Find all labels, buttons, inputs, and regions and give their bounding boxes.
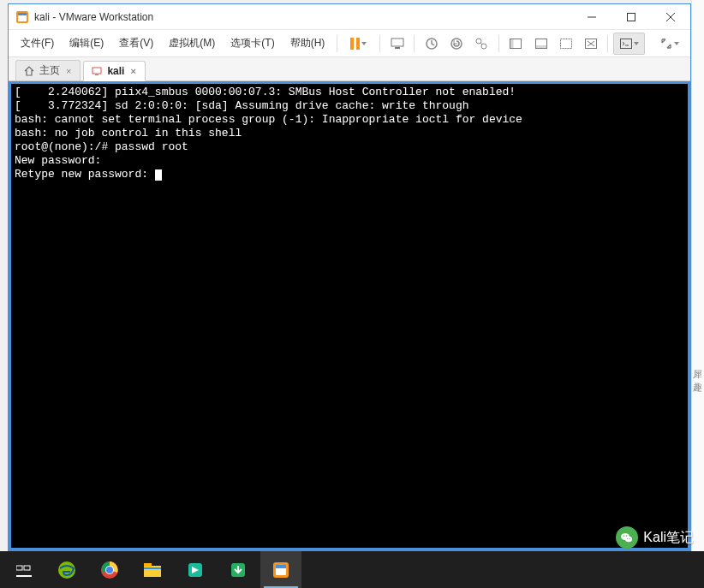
vmware-app-icon (15, 10, 29, 24)
tab-home-label: 主页 (39, 63, 60, 78)
svg-line-13 (480, 43, 482, 45)
tab-kali-label: kali (107, 65, 124, 77)
console-view-button[interactable] (613, 33, 645, 55)
vm-running-icon (91, 65, 103, 77)
separator (498, 35, 499, 52)
vmware-window: kali - VMware Workstation 文件(F) 编辑(E) 查看… (8, 3, 691, 551)
separator (607, 35, 608, 52)
svg-rect-38 (144, 566, 161, 577)
svg-rect-23 (92, 68, 101, 74)
svg-rect-40 (144, 567, 161, 569)
chevron-down-icon (674, 42, 679, 45)
svg-rect-4 (628, 14, 635, 21)
svg-rect-32 (24, 566, 30, 570)
menu-vm[interactable]: 虚拟机(M) (162, 33, 222, 54)
chevron-down-icon (361, 42, 367, 45)
svg-rect-15 (510, 39, 514, 48)
taskbar-app-download[interactable] (218, 551, 259, 588)
tab-kali[interactable]: kali × (83, 61, 145, 81)
snapshot-take-button[interactable] (420, 33, 443, 55)
maximize-button[interactable] (612, 4, 651, 30)
home-icon (23, 65, 35, 77)
view-single-button[interactable] (504, 33, 528, 55)
menu-help[interactable]: 帮助(H) (283, 33, 332, 54)
svg-rect-33 (16, 575, 32, 577)
separator (379, 35, 380, 52)
close-button[interactable] (651, 4, 690, 30)
svg-point-27 (623, 535, 625, 537)
tab-close-icon[interactable]: × (128, 66, 137, 76)
stretch-guest-button[interactable] (653, 33, 685, 55)
svg-rect-24 (95, 74, 98, 75)
svg-rect-8 (395, 47, 400, 49)
snapshot-revert-button[interactable] (444, 33, 468, 55)
tab-close-icon[interactable]: × (64, 66, 73, 76)
terminal-output[interactable]: [ 2.240062] piix4_smbus 0000:00:07.3: SM… (11, 84, 688, 548)
svg-point-26 (625, 537, 632, 543)
svg-rect-31 (16, 566, 22, 570)
svg-point-29 (628, 538, 629, 539)
view-thumbnail-button[interactable] (529, 33, 552, 55)
window-title: kali - VMware Workstation (34, 11, 572, 23)
minimize-button[interactable] (572, 4, 612, 30)
separator (337, 35, 337, 52)
windows-taskbar[interactable] (0, 551, 704, 588)
svg-rect-39 (144, 563, 152, 567)
svg-rect-2 (18, 13, 27, 15)
svg-point-28 (626, 535, 628, 537)
svg-rect-18 (560, 39, 571, 48)
titlebar[interactable]: kali - VMware Workstation (9, 4, 690, 30)
taskbar-vmware[interactable] (260, 551, 301, 588)
separator (414, 35, 415, 52)
send-ctrl-alt-del-button[interactable] (385, 33, 409, 55)
snapshot-manager-button[interactable] (470, 33, 493, 55)
taskbar-edge[interactable] (46, 551, 87, 588)
window-controls (572, 4, 690, 29)
svg-rect-7 (391, 39, 403, 46)
svg-rect-17 (535, 45, 546, 49)
side-panel-edge (691, 0, 704, 551)
taskbar-app-green[interactable] (175, 551, 216, 588)
watermark-text: Kali笔记 (643, 529, 694, 547)
menu-edit[interactable]: 编辑(E) (63, 33, 110, 54)
view-unity-button[interactable] (554, 33, 577, 55)
taskbar-explorer[interactable] (132, 551, 173, 588)
chevron-down-icon (634, 42, 639, 45)
svg-rect-22 (620, 39, 631, 48)
watermark: Kali笔记 (616, 526, 694, 549)
side-hint-text: 犀 趣 (693, 368, 702, 394)
menu-tabs[interactable]: 选项卡(T) (224, 33, 281, 54)
menubar: 文件(F) 编辑(E) 查看(V) 虚拟机(M) 选项卡(T) 帮助(H) (9, 30, 690, 57)
taskbar-taskview[interactable] (3, 551, 45, 588)
wechat-icon (616, 526, 638, 549)
menu-file[interactable]: 文件(F) (14, 33, 61, 54)
taskbar-chrome[interactable] (89, 551, 130, 588)
vm-display-area[interactable]: [ 2.240062] piix4_smbus 0000:00:07.3: SM… (9, 81, 690, 550)
svg-point-37 (106, 567, 113, 573)
pause-icon (350, 38, 360, 50)
view-fullscreen-button[interactable] (579, 33, 602, 55)
svg-rect-45 (276, 565, 286, 568)
menu-view[interactable]: 查看(V) (112, 33, 160, 54)
tab-strip: 主页 × kali × (9, 57, 690, 81)
pause-button[interactable] (343, 33, 374, 55)
svg-point-30 (629, 538, 630, 539)
tab-home[interactable]: 主页 × (15, 60, 81, 80)
